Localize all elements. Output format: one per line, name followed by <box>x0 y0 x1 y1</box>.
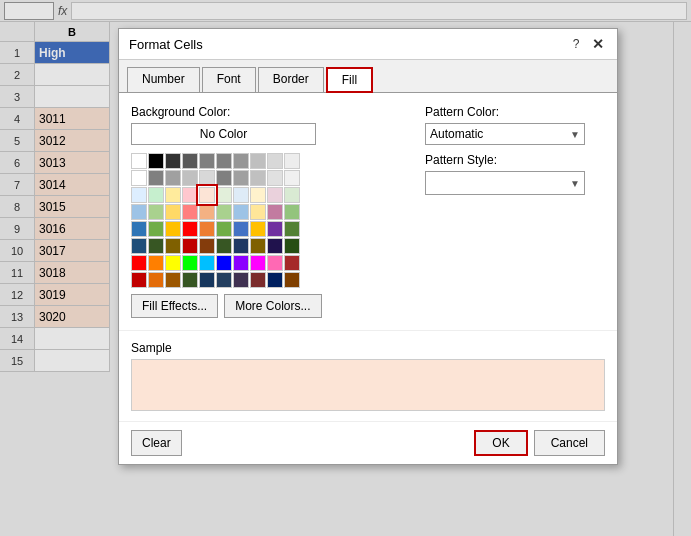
color-swatch[interactable] <box>250 238 266 254</box>
clear-button[interactable]: Clear <box>131 430 182 456</box>
color-swatch[interactable] <box>250 221 266 237</box>
fill-effects-button[interactable]: Fill Effects... <box>131 294 218 318</box>
color-swatch[interactable] <box>165 221 181 237</box>
color-swatch[interactable] <box>148 204 164 220</box>
color-swatch[interactable] <box>216 170 232 186</box>
color-swatch[interactable] <box>250 170 266 186</box>
color-swatch[interactable] <box>165 153 181 169</box>
color-swatch[interactable] <box>131 272 147 288</box>
color-swatch[interactable] <box>267 255 283 271</box>
color-swatch[interactable] <box>182 153 198 169</box>
color-swatch[interactable] <box>131 153 147 169</box>
pattern-color-dropdown[interactable]: Automatic ▼ <box>425 123 585 145</box>
color-swatch[interactable] <box>216 187 232 203</box>
color-swatch[interactable] <box>131 187 147 203</box>
color-swatch[interactable] <box>199 153 215 169</box>
color-swatch[interactable] <box>267 153 283 169</box>
color-swatch[interactable] <box>284 221 300 237</box>
color-swatch[interactable] <box>131 204 147 220</box>
color-swatch[interactable] <box>165 187 181 203</box>
color-swatch[interactable] <box>165 238 181 254</box>
color-swatch[interactable] <box>267 272 283 288</box>
pattern-style-dropdown[interactable]: ▼ <box>425 171 585 195</box>
color-swatch[interactable] <box>267 170 283 186</box>
color-swatch[interactable] <box>165 170 181 186</box>
tab-fill[interactable]: Fill <box>326 67 373 93</box>
color-swatch[interactable] <box>250 255 266 271</box>
color-swatch[interactable] <box>284 170 300 186</box>
color-swatch[interactable] <box>199 170 215 186</box>
color-swatch[interactable] <box>267 187 283 203</box>
no-color-button[interactable]: No Color <box>131 123 316 145</box>
color-swatch[interactable] <box>233 204 249 220</box>
color-swatch[interactable] <box>216 204 232 220</box>
color-swatch[interactable] <box>216 238 232 254</box>
color-swatch[interactable] <box>148 170 164 186</box>
color-swatch[interactable] <box>250 204 266 220</box>
color-swatch[interactable] <box>284 272 300 288</box>
color-swatch[interactable] <box>165 204 181 220</box>
color-row <box>131 153 405 169</box>
ok-button[interactable]: OK <box>474 430 527 456</box>
help-icon[interactable]: ? <box>567 35 585 53</box>
color-swatch[interactable] <box>233 238 249 254</box>
color-swatch[interactable] <box>250 272 266 288</box>
color-swatch[interactable] <box>182 187 198 203</box>
tab-font[interactable]: Font <box>202 67 256 93</box>
color-swatch[interactable] <box>148 272 164 288</box>
color-swatch[interactable] <box>233 187 249 203</box>
color-swatch[interactable] <box>199 238 215 254</box>
color-row <box>131 204 405 220</box>
more-colors-button[interactable]: More Colors... <box>224 294 321 318</box>
color-swatch[interactable] <box>199 187 215 203</box>
color-swatch[interactable] <box>148 221 164 237</box>
bg-color-label: Background Color: <box>131 105 405 119</box>
color-swatch[interactable] <box>284 187 300 203</box>
color-swatch[interactable] <box>131 255 147 271</box>
color-swatch[interactable] <box>216 153 232 169</box>
color-swatch[interactable] <box>284 255 300 271</box>
color-swatch[interactable] <box>199 221 215 237</box>
color-swatch[interactable] <box>182 272 198 288</box>
color-row <box>131 187 405 203</box>
color-swatch[interactable] <box>284 153 300 169</box>
color-swatch[interactable] <box>233 153 249 169</box>
background-color-section: Background Color: No Color Fill Effects.… <box>131 105 405 318</box>
tab-border[interactable]: Border <box>258 67 324 93</box>
color-swatch[interactable] <box>182 204 198 220</box>
color-swatch[interactable] <box>199 204 215 220</box>
color-swatch[interactable] <box>148 187 164 203</box>
color-swatch[interactable] <box>131 170 147 186</box>
color-swatch[interactable] <box>233 272 249 288</box>
color-swatch[interactable] <box>148 238 164 254</box>
color-swatch[interactable] <box>250 187 266 203</box>
color-swatch[interactable] <box>284 238 300 254</box>
color-swatch[interactable] <box>131 238 147 254</box>
color-swatch[interactable] <box>267 204 283 220</box>
color-swatch[interactable] <box>216 272 232 288</box>
color-swatch[interactable] <box>199 272 215 288</box>
color-swatch[interactable] <box>182 238 198 254</box>
format-cells-dialog: Format Cells ? ✕ Number Font Border Fill… <box>118 28 618 465</box>
tab-number[interactable]: Number <box>127 67 200 93</box>
close-button[interactable]: ✕ <box>589 35 607 53</box>
color-swatch[interactable] <box>182 255 198 271</box>
color-swatch[interactable] <box>216 255 232 271</box>
cancel-button[interactable]: Cancel <box>534 430 605 456</box>
color-swatch[interactable] <box>233 170 249 186</box>
color-swatch[interactable] <box>148 153 164 169</box>
color-swatch[interactable] <box>131 221 147 237</box>
color-swatch[interactable] <box>165 255 181 271</box>
color-swatch[interactable] <box>199 255 215 271</box>
color-swatch[interactable] <box>148 255 164 271</box>
color-swatch[interactable] <box>250 153 266 169</box>
color-swatch[interactable] <box>233 221 249 237</box>
color-swatch[interactable] <box>216 221 232 237</box>
color-swatch[interactable] <box>233 255 249 271</box>
color-swatch[interactable] <box>165 272 181 288</box>
color-swatch[interactable] <box>182 221 198 237</box>
color-swatch[interactable] <box>267 238 283 254</box>
color-swatch[interactable] <box>284 204 300 220</box>
color-swatch[interactable] <box>267 221 283 237</box>
color-swatch[interactable] <box>182 170 198 186</box>
